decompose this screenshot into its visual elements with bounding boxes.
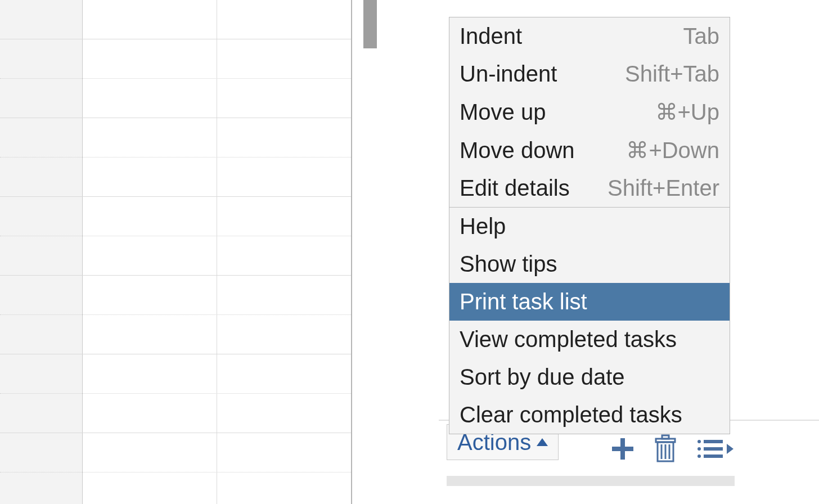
actions-menu: Indent Tab Un-indent Shift+Tab Move up ⌘… — [449, 17, 730, 434]
menu-item-label: Move up — [460, 100, 546, 125]
grid-cell-gutter — [0, 158, 82, 196]
grid-row[interactable] — [0, 197, 352, 236]
grid-row[interactable] — [0, 354, 352, 394]
grid-cell[interactable] — [217, 276, 351, 314]
menu-item-indent[interactable]: Indent Tab — [449, 17, 730, 55]
menu-item-shortcut: Shift+Tab — [625, 61, 719, 87]
grid-cell[interactable] — [82, 433, 217, 472]
grid-cell[interactable] — [217, 354, 351, 393]
menu-item-shortcut: ⌘+Down — [626, 137, 719, 163]
svg-point-8 — [698, 440, 701, 443]
grid-row[interactable] — [0, 0, 352, 39]
grid-cell-gutter — [0, 236, 82, 275]
grid-cell[interactable] — [82, 315, 217, 354]
grid-cell[interactable] — [217, 118, 351, 157]
grid-cell-gutter — [0, 315, 82, 354]
grid-cell-gutter — [0, 118, 82, 157]
menu-item-help[interactable]: Help — [449, 208, 730, 245]
tasks-footer-icons — [610, 434, 735, 466]
grid-row[interactable] — [0, 236, 352, 276]
menu-item-label: Indent — [460, 24, 522, 49]
grid-cell[interactable] — [217, 0, 351, 39]
grid-row[interactable] — [0, 315, 352, 354]
menu-item-label: Move down — [460, 138, 575, 163]
grid-row[interactable] — [0, 79, 352, 118]
menu-item-label: Sort by due date — [460, 364, 625, 390]
menu-item-unindent[interactable]: Un-indent Shift+Tab — [449, 55, 730, 93]
grid-cell-gutter — [0, 354, 82, 393]
menu-item-shortcut: ⌘+Up — [655, 99, 720, 125]
grid-cell[interactable] — [82, 79, 217, 118]
menu-item-shortcut: Shift+Enter — [608, 176, 719, 201]
grid-row[interactable] — [0, 394, 352, 433]
grid-cell[interactable] — [82, 158, 217, 196]
grid-cell-gutter — [0, 276, 82, 314]
grid-cell[interactable] — [82, 197, 217, 236]
svg-rect-11 — [704, 447, 723, 451]
grid-cell[interactable] — [82, 354, 217, 393]
svg-rect-1 — [612, 447, 633, 451]
grid-cell[interactable] — [217, 158, 351, 196]
svg-marker-14 — [727, 444, 734, 454]
grid-cell[interactable] — [217, 79, 351, 118]
horizontal-scrollbar[interactable] — [447, 476, 735, 486]
menu-item-clear-completed[interactable]: Clear completed tasks — [449, 396, 730, 434]
menu-item-edit-details[interactable]: Edit details Shift+Enter — [449, 169, 730, 207]
grid-cell[interactable] — [82, 276, 217, 314]
grid-row[interactable] — [0, 472, 352, 504]
svg-rect-9 — [704, 440, 723, 443]
menu-item-label: View completed tasks — [460, 327, 677, 352]
grid-cell-gutter — [0, 0, 82, 39]
grid-cell[interactable] — [217, 472, 351, 504]
grid-cell-gutter — [0, 433, 82, 472]
menu-item-label: Clear completed tasks — [460, 402, 682, 428]
menu-item-show-tips[interactable]: Show tips — [449, 245, 730, 283]
grid-cell[interactable] — [82, 472, 217, 504]
grid-cell[interactable] — [217, 315, 351, 354]
menu-item-print-task-list[interactable]: Print task list — [449, 283, 730, 321]
menu-item-shortcut: Tab — [683, 24, 720, 49]
caret-up-icon — [537, 438, 548, 446]
grid-cell-gutter — [0, 79, 82, 118]
grid-row[interactable] — [0, 158, 352, 197]
vertical-scrollbar-thumb[interactable] — [363, 0, 377, 48]
svg-point-12 — [698, 454, 701, 458]
grid-row[interactable] — [0, 39, 352, 79]
menu-item-label: Help — [460, 214, 506, 239]
grid-cell[interactable] — [82, 118, 217, 157]
menu-item-view-completed[interactable]: View completed tasks — [449, 321, 730, 358]
grid-cell[interactable] — [217, 236, 351, 275]
trash-icon[interactable] — [652, 434, 678, 466]
menu-item-label: Edit details — [460, 176, 570, 201]
grid-cell-gutter — [0, 197, 82, 236]
grid-cell[interactable] — [82, 39, 217, 78]
grid-cell[interactable] — [217, 197, 351, 236]
svg-rect-3 — [662, 435, 669, 439]
menu-item-label: Show tips — [460, 251, 557, 277]
grid-row[interactable] — [0, 118, 352, 158]
menu-item-label: Print task list — [460, 289, 587, 314]
vertical-scrollbar[interactable] — [363, 0, 377, 504]
menu-item-move-down[interactable]: Move down ⌘+Down — [449, 131, 730, 169]
grid-row[interactable] — [0, 276, 352, 315]
add-task-icon[interactable] — [610, 436, 636, 464]
grid-cell[interactable] — [82, 394, 217, 433]
grid-cell[interactable] — [217, 39, 351, 78]
grid-cell-gutter — [0, 39, 82, 78]
svg-rect-13 — [704, 454, 723, 458]
menu-item-sort-by-due-date[interactable]: Sort by due date — [449, 358, 730, 396]
switch-list-icon[interactable] — [695, 436, 735, 464]
grid-cell[interactable] — [217, 433, 351, 472]
grid-cell-gutter — [0, 472, 82, 504]
grid-area — [0, 0, 352, 504]
menu-item-move-up[interactable]: Move up ⌘+Up — [449, 93, 730, 131]
grid-cell[interactable] — [217, 394, 351, 433]
grid-row[interactable] — [0, 433, 352, 472]
grid-cell[interactable] — [82, 236, 217, 275]
grid-cell[interactable] — [82, 0, 217, 39]
menu-item-label: Un-indent — [460, 61, 557, 87]
grid-rows — [0, 0, 352, 504]
grid-cell-gutter — [0, 394, 82, 433]
grid-right-edge — [351, 0, 352, 504]
svg-point-10 — [698, 447, 701, 451]
